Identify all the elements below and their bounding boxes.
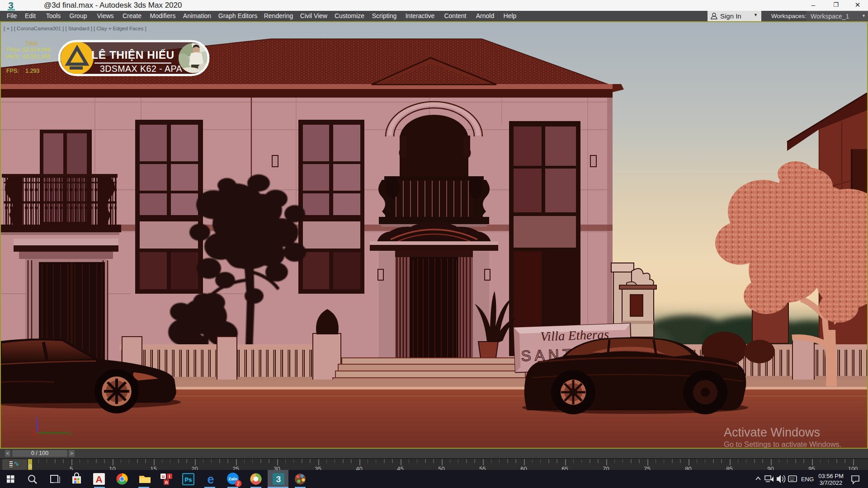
svg-text:y: y <box>71 430 73 436</box>
svg-text:[ + ] [ CoronaCamera001 ] [ St: [ + ] [ CoronaCamera001 ] [ Standard ] [… <box>4 26 146 31</box>
svg-text:LÊ THIỆN HIẾU: LÊ THIỆN HIẾU <box>91 49 174 61</box>
svg-text:A: A <box>95 474 102 484</box>
svg-text:ENG: ENG <box>801 476 814 483</box>
svg-text:3/7/2022: 3/7/2022 <box>820 479 843 486</box>
svg-text:44,561,465: 44,561,465 <box>22 53 51 60</box>
svg-text:i: i <box>169 474 170 479</box>
svg-text:Zalo: Zalo <box>228 476 237 481</box>
svg-text:FPS:: FPS: <box>6 68 19 74</box>
svg-text:3: 3 <box>276 474 281 484</box>
svg-text:2: 2 <box>237 481 240 486</box>
svg-text:Activate Windows: Activate Windows <box>724 426 820 439</box>
svg-text:u: u <box>162 474 165 479</box>
svg-text:Verts:: Verts: <box>5 53 20 60</box>
svg-text:1.293: 1.293 <box>25 68 39 74</box>
svg-text:3DSMAX K62 - APA: 3DSMAX K62 - APA <box>100 64 182 74</box>
svg-text:52,624,946: 52,624,946 <box>22 47 51 53</box>
svg-text:e: e <box>207 473 214 486</box>
svg-text:03:56 PM: 03:56 PM <box>818 473 844 479</box>
svg-text:Go to Settings to activate Win: Go to Settings to activate Windows. <box>724 440 841 448</box>
svg-text:Ps: Ps <box>185 476 192 483</box>
svg-text:Polys:: Polys: <box>6 47 22 53</box>
svg-text:n: n <box>165 480 168 485</box>
svg-text:z: z <box>36 415 38 421</box>
svg-text:Total: Total <box>25 40 37 47</box>
svg-text:x: x <box>33 428 35 432</box>
